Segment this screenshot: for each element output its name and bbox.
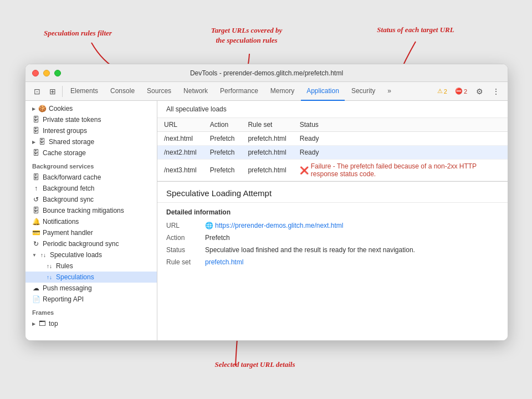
speculative-loads-table: URL Action Rule set Status /next.htmlPre… xyxy=(157,118,508,181)
toolbar-right: ⚠ 2 ⛔ 2 ⚙ ⋮ xyxy=(434,84,503,99)
annotation-speculation-filter: Speculation rules filter xyxy=(32,29,124,38)
detail-row: StatusSpeculative load finished and the … xyxy=(157,244,508,256)
sidebar-label-cookies: Cookies xyxy=(49,105,73,112)
spec-loads-icon: ↑↓ xyxy=(39,252,47,258)
detail-row-value[interactable]: 🌐https://prerender-demos.glitch.me/next.… xyxy=(205,222,499,229)
sidebar-item-speculations[interactable]: ↑↓ Speculations xyxy=(25,272,157,283)
detail-row: Rule setprefetch.html xyxy=(157,256,508,268)
col-status: Status xyxy=(293,118,508,132)
detail-row-value[interactable]: prefetch.html xyxy=(205,258,499,266)
settings-button[interactable]: ⚙ xyxy=(472,84,487,99)
minimize-button[interactable] xyxy=(43,70,50,76)
sidebar-item-notifications[interactable]: 🔔 Notifications xyxy=(25,216,157,227)
tab-performance[interactable]: Performance xyxy=(214,82,264,101)
annotation-target-urls: Target URLs covered bythe speculation ru… xyxy=(191,25,302,45)
annotation-status: Status of each target URL xyxy=(357,25,474,34)
detail-link[interactable]: https://prerender-demos.glitch.me/next.h… xyxy=(215,222,343,229)
sidebar-item-frames-top[interactable]: ▶ 🗔 top xyxy=(25,318,157,329)
close-button[interactable] xyxy=(32,70,39,76)
window-title: DevTools - prerender-demos.glitch.me/pre… xyxy=(190,69,343,77)
sidebar-label-payment: Payment handler xyxy=(43,229,93,237)
detail-row-label: Status xyxy=(166,246,205,254)
tab-elements[interactable]: Elements xyxy=(65,82,104,101)
sidebar-label-periodic: Periodic background sync xyxy=(43,240,119,248)
devtools-toolbar: ⊡ ⊞ Elements Console Sources Network Per… xyxy=(25,82,508,101)
cell-status: Ready xyxy=(293,146,508,160)
expand-icon3: ▼ xyxy=(32,253,37,258)
globe-icon: 🌐 xyxy=(205,222,213,229)
sidebar-item-rules[interactable]: ↑↓ Rules xyxy=(25,260,157,272)
cell-action: Prefetch xyxy=(203,146,242,160)
bg-sync-icon: ↺ xyxy=(32,196,40,203)
sidebar-item-push-messaging[interactable]: ☁ Push messaging xyxy=(25,283,157,294)
push-icon: ☁ xyxy=(32,284,40,292)
tab-application[interactable]: Application xyxy=(301,82,345,101)
sidebar-item-reporting-api[interactable]: 📄 Reporting API xyxy=(25,294,157,305)
more-tabs-button[interactable]: » xyxy=(382,82,397,101)
sidebar-label-push: Push messaging xyxy=(43,284,92,292)
warning-badge[interactable]: ⚠ 2 xyxy=(434,87,450,95)
sidebar-label-bounce: Bounce tracking mitigations xyxy=(43,207,124,214)
toolbar-separator xyxy=(62,86,63,97)
sidebar-item-cache-storage[interactable]: 🗄 Cache storage xyxy=(25,147,157,158)
error-text: Failure - The prefetch failed because of… xyxy=(311,162,501,178)
sidebar-label-top: top xyxy=(49,320,58,328)
device-toolbar-button[interactable]: ⊞ xyxy=(45,84,60,99)
title-bar: DevTools - prerender-demos.glitch.me/pre… xyxy=(25,64,508,82)
storage-icon2: 🗄 xyxy=(32,127,40,135)
all-speculative-loads-header: All speculative loads xyxy=(157,101,508,118)
table-header-row: URL Action Rule set Status xyxy=(157,118,508,132)
detail-row: ActionPrefetch xyxy=(157,232,508,244)
expand-icon: ▶ xyxy=(32,106,35,111)
error-icon: ⛔ xyxy=(455,88,463,95)
sidebar-item-shared-storage[interactable]: ▶ 🗄 Shared storage xyxy=(25,136,157,147)
sidebar-item-cookies[interactable]: ▶ 🍪 Cookies xyxy=(25,103,157,114)
sidebar-item-private-state-tokens[interactable]: 🗄 Private state tokens xyxy=(25,114,157,125)
sidebar-item-periodic-bg-sync[interactable]: ↻ Periodic background sync xyxy=(25,238,157,249)
sidebar-item-background-fetch[interactable]: ↑ Background fetch xyxy=(25,183,157,194)
detail-row-value: Prefetch xyxy=(205,234,499,242)
warning-count: 2 xyxy=(444,88,447,95)
sidebar-label-cache-storage: Cache storage xyxy=(43,149,86,157)
error-badge[interactable]: ⛔ 2 xyxy=(452,87,470,95)
cell-url: /next2.html xyxy=(157,146,203,160)
table-row[interactable]: /next2.htmlPrefetchprefetch.htmlReady xyxy=(157,146,508,160)
table-row[interactable]: /next3.htmlPrefetchprefetch.html❌Failure… xyxy=(157,160,508,181)
sidebar-item-payment-handler[interactable]: 💳 Payment handler xyxy=(25,227,157,238)
detail-row-label: URL xyxy=(166,222,205,229)
devtools-body: ▶ 🍪 Cookies 🗄 Private state tokens 🗄 Int… xyxy=(25,101,508,341)
sidebar-label-reporting: Reporting API xyxy=(43,295,84,303)
storage-icon: 🗄 xyxy=(32,116,40,124)
tab-memory[interactable]: Memory xyxy=(265,82,300,101)
sidebar-label-spec-loads: Speculative loads xyxy=(50,251,102,259)
sidebar-item-background-sync[interactable]: ↺ Background sync xyxy=(25,194,157,205)
sidebar-label-bf-cache: Back/forward cache xyxy=(43,173,101,181)
detail-rows: URL🌐https://prerender-demos.glitch.me/ne… xyxy=(157,219,508,268)
tab-console[interactable]: Console xyxy=(105,82,140,101)
detail-row: URL🌐https://prerender-demos.glitch.me/ne… xyxy=(157,219,508,232)
table-row[interactable]: /next.htmlPrefetchprefetch.htmlReady xyxy=(157,132,508,146)
warning-icon: ⚠ xyxy=(437,88,443,95)
bounce-icon: 🗄 xyxy=(32,207,40,214)
tab-network[interactable]: Network xyxy=(178,82,213,101)
sidebar-item-bounce-tracking[interactable]: 🗄 Bounce tracking mitigations xyxy=(25,205,157,216)
cell-action: Prefetch xyxy=(203,132,242,146)
detail-section-title: Detailed information xyxy=(157,203,508,219)
sidebar-item-back-forward-cache[interactable]: 🗄 Back/forward cache xyxy=(25,172,157,183)
cell-url: /next.html xyxy=(157,132,203,146)
inspect-element-button[interactable]: ⊡ xyxy=(30,84,44,99)
error-circle-icon: ❌ xyxy=(300,166,309,175)
detail-row-label: Action xyxy=(166,234,205,242)
notif-icon: 🔔 xyxy=(32,218,40,226)
maximize-button[interactable] xyxy=(54,70,61,76)
detail-link[interactable]: prefetch.html xyxy=(205,258,243,266)
detail-panel: Speculative Loading Attempt Detailed inf… xyxy=(157,181,508,268)
cell-ruleset: prefetch.html xyxy=(241,132,293,146)
tab-security[interactable]: Security xyxy=(346,82,381,101)
annotation-selected-details: Selected target URL details xyxy=(191,360,319,369)
more-options-button[interactable]: ⋮ xyxy=(489,84,503,99)
sidebar-item-speculative-loads[interactable]: ▼ ↑↓ Speculative loads xyxy=(25,249,157,260)
sidebar-item-interest-groups[interactable]: 🗄 Interest groups xyxy=(25,125,157,136)
tab-sources[interactable]: Sources xyxy=(141,82,177,101)
sidebar-label-bg-fetch: Background fetch xyxy=(43,185,94,192)
